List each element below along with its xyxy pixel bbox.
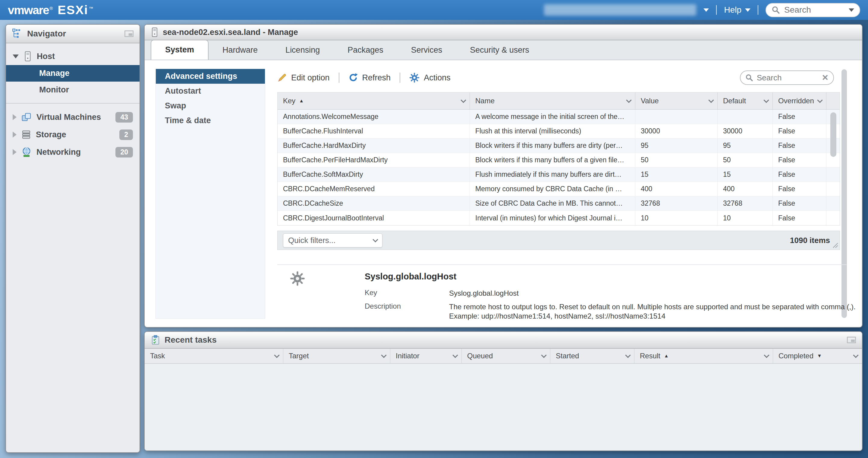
subnav-item-swap[interactable]: Swap — [156, 98, 265, 113]
tasks-column-header-task[interactable]: Task — [145, 349, 283, 363]
chevron-down-icon[interactable] — [764, 352, 769, 358]
chevron-right-icon[interactable] — [13, 149, 17, 155]
popout-icon[interactable] — [124, 30, 133, 37]
subnav-item-autostart[interactable]: Autostart — [156, 84, 265, 98]
chevron-down-icon[interactable] — [625, 352, 630, 358]
column-header-default[interactable]: Default — [717, 93, 772, 109]
chevron-down-icon[interactable] — [764, 97, 769, 103]
column-label: Result — [640, 352, 660, 360]
tab-services[interactable]: Services — [397, 41, 456, 60]
nav-item-virtual-machines[interactable]: Virtual Machines43 — [6, 108, 140, 126]
nav-item-storage[interactable]: Storage2 — [6, 126, 140, 143]
tasks-column-header-target[interactable]: Target — [283, 349, 390, 363]
column-header-name[interactable]: Name — [470, 93, 635, 109]
count-badge: 20 — [116, 147, 133, 158]
tasks-column-header-completed[interactable]: Completed▼ — [773, 349, 862, 363]
chevron-down-icon[interactable] — [274, 352, 279, 358]
top-bar: vmware ® ESXi ™ Help Search — [0, 0, 868, 20]
table-row[interactable]: BufferCache.HardMaxDirtyBlock writers if… — [278, 138, 840, 153]
table-row[interactable]: CBRC.DCacheMemReservedMemory consumed by… — [278, 182, 840, 196]
vmware-esxi-logo: vmware ® ESXi ™ — [8, 3, 95, 17]
column-label: Value — [641, 97, 659, 105]
chevron-down-icon[interactable] — [381, 352, 386, 358]
storage-icon — [22, 130, 31, 139]
user-menu-redacted[interactable] — [544, 4, 696, 15]
caret-down-icon[interactable] — [13, 55, 19, 58]
nav-item-host[interactable]: Host — [6, 47, 140, 65]
nav-item-monitor[interactable]: Monitor — [6, 81, 140, 98]
tasks-column-header-started[interactable]: Started — [550, 349, 634, 363]
tab-security-users[interactable]: Security & users — [456, 41, 543, 60]
tasks-column-header-result[interactable]: Result▲ — [634, 349, 773, 363]
chevron-down-icon[interactable] — [541, 352, 547, 358]
detail-title: Syslog.global.logHost — [365, 272, 457, 282]
popout-icon[interactable] — [847, 337, 856, 343]
table-row[interactable]: BufferCache.PerFileHardMaxDirtyBlock wri… — [278, 153, 840, 167]
column-header-overridden[interactable]: Overridden — [772, 93, 826, 109]
cell-name: A welcome message in the initial screen … — [470, 109, 635, 124]
sort-asc-icon: ▲ — [299, 98, 304, 104]
tab-packages[interactable]: Packages — [334, 41, 397, 60]
grid-search-input[interactable]: Search ✕ — [740, 70, 834, 85]
chevron-down-icon[interactable] — [626, 97, 631, 103]
tasks-column-header-queued[interactable]: Queued — [461, 349, 550, 363]
column-header-value[interactable]: Value — [635, 93, 717, 109]
system-subnav: Advanced settingsAutostartSwapTime & dat… — [156, 69, 265, 319]
table-row[interactable]: BufferCache.SoftMaxDirtyFlush immediatel… — [278, 167, 840, 182]
refresh-button[interactable]: Refresh — [348, 73, 391, 83]
scrollbar-thumb[interactable] — [830, 112, 836, 157]
pencil-icon — [277, 73, 287, 83]
items-count: 1090 items — [790, 236, 830, 245]
chevron-down-icon[interactable] — [853, 352, 858, 358]
global-search-input[interactable]: Search — [766, 3, 860, 17]
chevron-down-icon[interactable] — [453, 352, 458, 358]
nav-item-networking[interactable]: Networking20 — [6, 143, 140, 161]
chevron-down-icon[interactable] — [708, 97, 714, 103]
search-icon — [745, 74, 753, 81]
refresh-label: Refresh — [362, 73, 391, 83]
chevron-down-icon[interactable] — [461, 97, 466, 103]
cell-overridden: False — [772, 124, 826, 138]
field-value-line: Syslog.global.logHost — [449, 289, 856, 298]
table-row[interactable]: Annotations.WelcomeMessageA welcome mess… — [278, 109, 840, 124]
tasks-empty-body — [145, 364, 862, 451]
brand-trademark: ™ — [89, 6, 93, 11]
navigator-title: Navigator — [27, 29, 66, 38]
actions-label: Actions — [424, 73, 451, 83]
sort-asc-icon: ▲ — [664, 353, 669, 359]
tab-licensing[interactable]: Licensing — [272, 41, 334, 60]
resize-handle-icon[interactable] — [833, 243, 838, 248]
subnav-item-time-date[interactable]: Time & date — [156, 113, 265, 128]
cell-value: 95 — [635, 138, 717, 153]
help-menu[interactable]: Help — [724, 5, 750, 15]
field-value: The remote host to output logs to. Reset… — [449, 302, 856, 321]
quick-filters-dropdown[interactable]: Quick filters... — [283, 233, 382, 248]
table-row[interactable]: CBRC.DigestJournalBootIntervalInterval (… — [278, 211, 840, 225]
subnav-item-advanced-settings[interactable]: Advanced settings — [156, 69, 265, 84]
table-row[interactable]: BufferCache.FlushIntervalFlush at this i… — [278, 124, 840, 138]
caret-down-icon[interactable] — [849, 8, 854, 12]
brand-esxi: ESXi — [58, 3, 88, 17]
tab-hardware[interactable]: Hardware — [209, 41, 272, 60]
edit-option-button[interactable]: Edit option — [277, 73, 330, 83]
cell-name: Flush immediately if this many buffers a… — [470, 167, 635, 182]
cell-key: Annotations.WelcomeMessage — [278, 109, 470, 124]
column-label: Default — [723, 97, 746, 105]
clear-icon[interactable]: ✕ — [822, 73, 829, 83]
actions-button[interactable]: Actions — [409, 72, 451, 83]
caret-down-icon[interactable] — [704, 8, 709, 12]
cell-name: Memory consumed by CBRC Data Cache (in … — [470, 182, 635, 196]
chevron-right-icon[interactable] — [13, 114, 17, 120]
chevron-down-icon[interactable] — [817, 97, 823, 103]
column-label: Overridden — [778, 97, 814, 105]
column-header-key[interactable]: Key▲ — [278, 93, 470, 109]
table-row[interactable]: CBRC.DCacheSizeSize of CBRC Data Cache i… — [278, 196, 840, 211]
column-label: Key — [283, 97, 296, 105]
tasks-column-header-initiator[interactable]: Initiator — [390, 349, 461, 363]
tab-system[interactable]: System — [151, 40, 209, 60]
nav-item-manage[interactable]: Manage — [6, 65, 140, 81]
nav-item-label: Virtual Machines — [36, 112, 101, 122]
chevron-right-icon[interactable] — [13, 132, 17, 138]
scrollbar-thumb[interactable] — [841, 69, 847, 318]
cell-key: BufferCache.FlushInterval — [278, 124, 470, 138]
